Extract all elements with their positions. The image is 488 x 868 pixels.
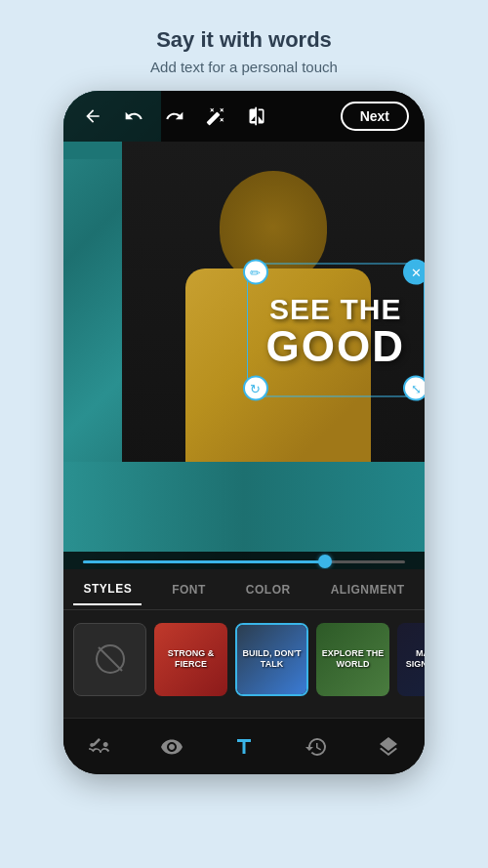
style-label-make: MAKE IT SIGNIFICANT [397, 644, 425, 674]
nav-history[interactable] [299, 729, 334, 765]
tab-alignment[interactable]: ALIGNMENT [321, 575, 415, 604]
magic-wand-icon [206, 106, 225, 126]
page-title: Say it with words [150, 27, 338, 53]
slider-thumb[interactable] [318, 555, 332, 568]
history-icon [305, 735, 328, 759]
compare-icon [247, 106, 266, 126]
tabs-row: STYLES FONT COLOR ALIGNMENT [63, 569, 425, 610]
redo-icon [165, 106, 184, 126]
text-icon [232, 735, 256, 759]
phone-frame: ✏ ✕ ↻ ⤡ SEE THE GOOD [63, 91, 425, 774]
back-button[interactable] [79, 103, 106, 130]
edit-handle[interactable]: ✏ [243, 260, 268, 285]
nav-preview[interactable] [154, 729, 189, 765]
layers-icon [377, 735, 400, 759]
style-explore[interactable]: EXPLORE THE WORLD [316, 623, 389, 696]
styles-row: STRONG & FIERCE BUILD, DON'T TALK EXPLOR… [63, 610, 425, 708]
slider-track[interactable] [83, 560, 405, 563]
style-build-dont-talk[interactable]: BUILD, DON'T TALK [235, 623, 308, 696]
style-label-build: BUILD, DON'T TALK [237, 644, 306, 674]
header: Say it with words Add text for a persona… [131, 0, 357, 91]
style-label-explore: EXPLORE THE WORLD [316, 644, 389, 674]
overlay-text-line2: GOOD [266, 325, 405, 368]
toolbar: Next [63, 91, 425, 142]
page-subtitle: Add text for a personal touch [150, 59, 338, 75]
next-button[interactable]: Next [341, 102, 409, 131]
person-head [220, 171, 327, 283]
no-style-icon [96, 644, 125, 674]
style-label-strong: STRONG & FIERCE [154, 644, 227, 674]
style-bg-green: EXPLORE THE WORLD [316, 623, 389, 696]
text-overlay[interactable]: ✏ ✕ ↻ ⤡ SEE THE GOOD [266, 293, 405, 368]
magic-button[interactable] [202, 103, 229, 130]
scale-handle[interactable]: ⤡ [403, 376, 425, 401]
rotate-handle[interactable]: ↻ [243, 376, 268, 401]
compare-button[interactable] [243, 103, 270, 130]
style-bg-city: BUILD, DON'T TALK [237, 625, 306, 694]
tab-color[interactable]: COLOR [236, 575, 301, 604]
back-icon [83, 106, 102, 126]
photo-background: ✏ ✕ ↻ ⤡ SEE THE GOOD [63, 91, 425, 569]
toolbar-left [79, 103, 270, 130]
slider-fill [83, 560, 325, 563]
tab-font[interactable]: FONT [162, 575, 216, 604]
redo-button[interactable] [161, 103, 188, 130]
nav-layers[interactable] [371, 729, 406, 765]
nav-text[interactable] [226, 729, 262, 765]
style-bg-red: STRONG & FIERCE [154, 623, 227, 696]
bottom-nav [63, 718, 425, 774]
slider-area [63, 552, 425, 571]
style-strong-fierce[interactable]: STRONG & FIERCE [154, 623, 227, 696]
bottom-panel: STYLES FONT COLOR ALIGNMENT STRONG & FIE… [63, 569, 425, 774]
style-bg-dark: MAKE IT SIGNIFICANT [397, 623, 425, 696]
close-handle[interactable]: ✕ [403, 260, 425, 285]
undo-icon [124, 106, 143, 126]
toolbar-right: Next [341, 102, 409, 131]
style-none[interactable] [73, 623, 146, 696]
image-area: ✏ ✕ ↻ ⤡ SEE THE GOOD [63, 91, 425, 569]
overlay-text-line1: SEE THE [266, 293, 405, 325]
undo-button[interactable] [120, 103, 147, 130]
tab-styles[interactable]: STYLES [73, 574, 142, 605]
style-make-it[interactable]: MAKE IT SIGNIFICANT [397, 623, 425, 696]
eye-icon [160, 735, 183, 759]
nav-retouch[interactable] [82, 729, 117, 765]
retouch-icon [88, 735, 111, 759]
